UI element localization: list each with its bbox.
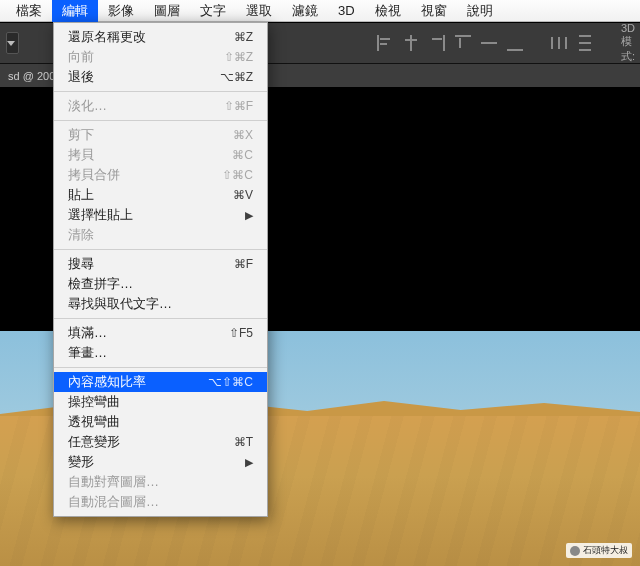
align-bottom-icon[interactable] (507, 35, 523, 51)
menu-item-自動對齊圖層…: 自動對齊圖層… (54, 472, 267, 492)
shortcut-label: ⌘C (193, 148, 253, 162)
align-left-icon[interactable] (377, 35, 393, 51)
menu-item-內容感知比率[interactable]: 內容感知比率⌥⇧⌘C (54, 372, 267, 392)
menu-separator (54, 318, 267, 319)
menu-item-拷貝: 拷貝⌘C (54, 145, 267, 165)
menubar: 檔案編輯影像圖層文字選取濾鏡3D檢視視窗說明 (0, 0, 640, 22)
menu-item-label: 拷貝合併 (68, 166, 120, 184)
menu-separator (54, 367, 267, 368)
menu-item-label: 筆畫… (68, 344, 107, 362)
menu-item-清除: 清除 (54, 225, 267, 245)
shortcut-label: ⌥⌘Z (193, 70, 253, 84)
distribute-h-icon[interactable] (551, 35, 567, 51)
shortcut-label: ⇧⌘Z (193, 50, 253, 64)
menu-item-淡化…: 淡化…⇧⌘F (54, 96, 267, 116)
shortcut-label: ⇧F5 (193, 326, 253, 340)
menu-item-label: 變形 (68, 453, 94, 471)
menu-item-label: 透視彎曲 (68, 413, 120, 431)
menu-濾鏡[interactable]: 濾鏡 (282, 0, 328, 22)
menu-item-label: 退後 (68, 68, 94, 86)
menu-item-label: 自動對齊圖層… (68, 473, 159, 491)
menu-item-剪下: 剪下⌘X (54, 125, 267, 145)
menu-item-label: 向前 (68, 48, 94, 66)
menu-item-label: 檢查拼字… (68, 275, 133, 293)
menu-選取[interactable]: 選取 (236, 0, 282, 22)
menu-檢視[interactable]: 檢視 (365, 0, 411, 22)
align-tools (377, 35, 523, 51)
menu-item-label: 自動混合圖層… (68, 493, 159, 511)
menu-separator (54, 120, 267, 121)
menu-文字[interactable]: 文字 (190, 0, 236, 22)
menu-視窗[interactable]: 視窗 (411, 0, 457, 22)
shortcut-label: ⌘X (193, 128, 253, 142)
menu-item-拷貝合併: 拷貝合併⇧⌘C (54, 165, 267, 185)
menu-3D[interactable]: 3D (328, 1, 365, 20)
menu-separator (54, 91, 267, 92)
submenu-arrow-icon: ▶ (193, 456, 253, 469)
shortcut-label: ⇧⌘F (193, 99, 253, 113)
menu-item-任意變形[interactable]: 任意變形⌘T (54, 432, 267, 452)
shortcut-label: ⌥⇧⌘C (193, 375, 253, 389)
menu-item-填滿…[interactable]: 填滿…⇧F5 (54, 323, 267, 343)
menu-item-搜尋[interactable]: 搜尋⌘F (54, 254, 267, 274)
menu-item-操控彎曲[interactable]: 操控彎曲 (54, 392, 267, 412)
chevron-down-icon (7, 41, 15, 46)
menu-item-label: 任意變形 (68, 433, 120, 451)
align-right-icon[interactable] (429, 35, 445, 51)
menu-item-選擇性貼上[interactable]: 選擇性貼上▶ (54, 205, 267, 225)
mode3d-label: 3D 模式: (621, 22, 635, 64)
menu-影像[interactable]: 影像 (98, 0, 144, 22)
menu-item-自動混合圖層…: 自動混合圖層… (54, 492, 267, 512)
shortcut-label: ⌘Z (193, 30, 253, 44)
layer-select[interactable] (6, 32, 19, 54)
shortcut-label: ⌘T (193, 435, 253, 449)
menu-item-向前: 向前⇧⌘Z (54, 47, 267, 67)
menu-item-label: 拷貝 (68, 146, 94, 164)
menu-item-label: 填滿… (68, 324, 107, 342)
align-top-icon[interactable] (455, 35, 471, 51)
menu-item-貼上[interactable]: 貼上⌘V (54, 185, 267, 205)
menu-說明[interactable]: 說明 (457, 0, 503, 22)
watermark-badge: 石頭特大叔 (566, 543, 632, 558)
menu-檔案[interactable]: 檔案 (6, 0, 52, 22)
menu-item-筆畫…[interactable]: 筆畫… (54, 343, 267, 363)
menu-item-label: 搜尋 (68, 255, 94, 273)
align-center-h-icon[interactable] (403, 35, 419, 51)
menu-item-退後[interactable]: 退後⌥⌘Z (54, 67, 267, 87)
align-center-v-icon[interactable] (481, 35, 497, 51)
menu-item-label: 操控彎曲 (68, 393, 120, 411)
menu-item-label: 選擇性貼上 (68, 206, 133, 224)
menu-item-變形[interactable]: 變形▶ (54, 452, 267, 472)
menu-item-label: 剪下 (68, 126, 94, 144)
document-title: sd @ 200 (8, 70, 55, 82)
menu-編輯[interactable]: 編輯 (52, 0, 98, 22)
menu-item-label: 尋找與取代文字… (68, 295, 172, 313)
menu-item-label: 還原名稱更改 (68, 28, 146, 46)
menu-item-label: 內容感知比率 (68, 373, 146, 391)
menu-item-還原名稱更改[interactable]: 還原名稱更改⌘Z (54, 27, 267, 47)
menu-separator (54, 249, 267, 250)
shortcut-label: ⇧⌘C (193, 168, 253, 182)
menu-item-尋找與取代文字…[interactable]: 尋找與取代文字… (54, 294, 267, 314)
menu-item-檢查拼字…[interactable]: 檢查拼字… (54, 274, 267, 294)
submenu-arrow-icon: ▶ (193, 209, 253, 222)
menu-圖層[interactable]: 圖層 (144, 0, 190, 22)
menu-item-label: 清除 (68, 226, 94, 244)
distribute-tools (551, 35, 593, 51)
shortcut-label: ⌘F (193, 257, 253, 271)
menu-item-label: 淡化… (68, 97, 107, 115)
menu-item-label: 貼上 (68, 186, 94, 204)
shortcut-label: ⌘V (193, 188, 253, 202)
menu-item-透視彎曲[interactable]: 透視彎曲 (54, 412, 267, 432)
distribute-v-icon[interactable] (577, 35, 593, 51)
edit-menu-dropdown: 還原名稱更改⌘Z向前⇧⌘Z退後⌥⌘Z淡化…⇧⌘F剪下⌘X拷貝⌘C拷貝合併⇧⌘C貼… (53, 22, 268, 517)
